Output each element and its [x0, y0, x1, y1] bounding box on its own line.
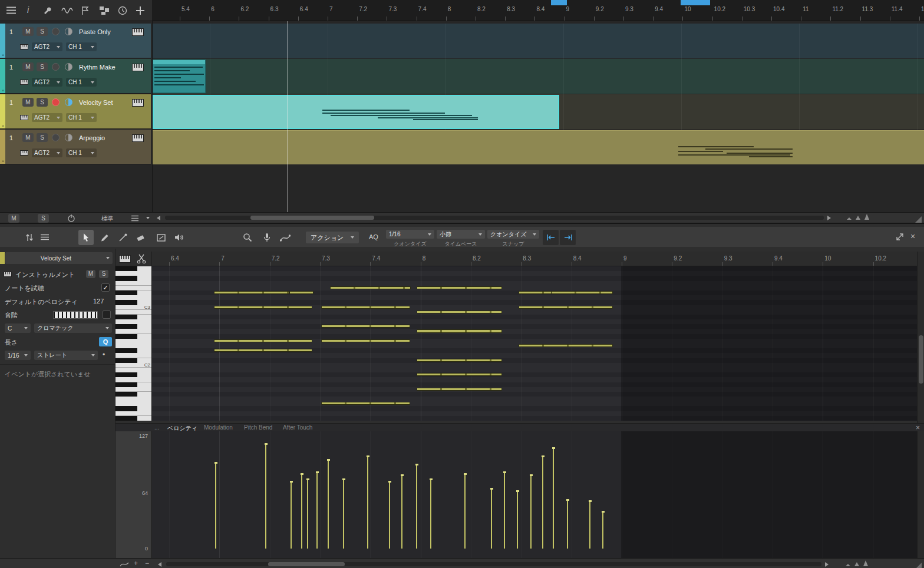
- corner-grip[interactable]: [915, 563, 922, 568]
- velocity-lane[interactable]: [152, 431, 917, 558]
- channel-select[interactable]: CH 1: [66, 113, 97, 122]
- listen-tool[interactable]: [171, 230, 187, 245]
- track-lane[interactable]: [153, 24, 924, 58]
- midi-note[interactable]: [417, 373, 502, 376]
- list-icon[interactable]: [131, 215, 139, 222]
- audition-icon[interactable]: [259, 230, 275, 245]
- velocity-bar[interactable]: [416, 465, 417, 549]
- velocity-bar-handle[interactable]: [602, 511, 605, 513]
- velocity-bar-handle[interactable]: [367, 455, 369, 457]
- velocity-bar[interactable]: [430, 480, 431, 549]
- piano-key-black[interactable]: [116, 358, 137, 363]
- pitch-bend-tab[interactable]: Pitch Bend: [244, 424, 272, 431]
- editor-zoom-control[interactable]: [842, 560, 868, 567]
- length-value-select[interactable]: 1/16: [5, 351, 31, 360]
- chevron-down-icon[interactable]: [146, 217, 150, 219]
- track-header-arpeggio[interactable]: × 1 M S Arpeggio AGT2 CH 1: [0, 130, 151, 164]
- solo-button[interactable]: S: [37, 98, 48, 107]
- mute-button[interactable]: M: [22, 62, 34, 71]
- midi-note[interactable]: [417, 286, 502, 289]
- power-icon[interactable]: [67, 214, 75, 222]
- track-header-rythm-make[interactable]: × 1 M S Rythm Make AGT2 CH 1: [0, 59, 151, 94]
- velocity-bar-handle[interactable]: [490, 488, 493, 490]
- editor-h-scrollbar[interactable]: [166, 562, 821, 566]
- velocity-bar-handle[interactable]: [516, 490, 519, 492]
- waveform-icon[interactable]: [61, 6, 73, 15]
- velocity-bar[interactable]: [542, 457, 543, 549]
- info-icon[interactable]: i: [27, 5, 29, 15]
- velocity-bar-handle[interactable]: [214, 462, 217, 464]
- midi-clip-rythm-make[interactable]: [153, 60, 206, 93]
- arrange-timeline-ruler[interactable]: 5.466.26.36.477.27.37.488.28.38.499.29.3…: [152, 0, 924, 21]
- modulation-tab[interactable]: Modulation: [204, 424, 233, 431]
- instrument-select[interactable]: AGT2: [32, 148, 62, 157]
- piano-key-black[interactable]: [116, 416, 137, 421]
- instrument-editor-icon[interactable]: [132, 64, 144, 71]
- velocity-bar-handle[interactable]: [301, 473, 303, 475]
- mute-button[interactable]: M: [22, 98, 34, 107]
- layer-expand-icon[interactable]: ×: [1, 158, 5, 164]
- editor-track-select[interactable]: Velocity Set: [5, 252, 113, 264]
- record-arm-button[interactable]: [52, 63, 60, 71]
- piano-key-black[interactable]: [116, 334, 137, 339]
- ruler-marker-region[interactable]: [551, 0, 567, 5]
- velocity-bar-handle[interactable]: [265, 443, 268, 445]
- piano-key-black[interactable]: [116, 315, 137, 319]
- piano-key-black[interactable]: [116, 348, 137, 353]
- velocity-bar[interactable]: [602, 513, 603, 549]
- track-name[interactable]: Rythm Make: [79, 64, 116, 71]
- close-lane-icon[interactable]: ×: [916, 424, 920, 432]
- note-order-icon[interactable]: [25, 233, 34, 242]
- keyboard-icon[interactable]: [119, 255, 131, 263]
- velocity-bar[interactable]: [464, 475, 466, 549]
- v-scrollbar-thumb[interactable]: [919, 335, 923, 384]
- track-lane[interactable]: [153, 59, 924, 94]
- editor-timeline-ruler[interactable]: 6.477.27.37.488.28.38.499.29.39.41010.2: [116, 252, 917, 266]
- h-scrollbar-thumb[interactable]: [250, 216, 374, 220]
- midi-note[interactable]: [519, 344, 613, 347]
- velocity-bar[interactable]: [291, 483, 292, 549]
- velocity-bar-handle[interactable]: [566, 499, 569, 501]
- length-mode-select[interactable]: ストレート: [34, 351, 98, 360]
- velocity-bar-handle[interactable]: [430, 478, 433, 480]
- wrench-icon[interactable]: [42, 6, 52, 15]
- velocity-bar[interactable]: [491, 490, 492, 549]
- midi-note[interactable]: [519, 291, 552, 294]
- dot-button[interactable]: •: [103, 351, 105, 359]
- velocity-bar-handle[interactable]: [530, 474, 533, 476]
- instrument-select[interactable]: AGT2: [32, 42, 62, 51]
- velocity-bar[interactable]: [307, 480, 308, 549]
- velocity-bar-handle[interactable]: [464, 473, 467, 475]
- track-name[interactable]: Paste Only: [79, 28, 111, 35]
- layer-expand-icon[interactable]: ×: [1, 88, 5, 93]
- velocity-bar[interactable]: [553, 449, 554, 549]
- velocity-bar[interactable]: [301, 475, 302, 549]
- midi-note[interactable]: [417, 311, 502, 313]
- monitor-button[interactable]: [65, 28, 72, 35]
- automation-curve-icon[interactable]: [278, 230, 293, 245]
- record-arm-button[interactable]: [52, 28, 60, 35]
- velocity-bar[interactable]: [530, 476, 532, 549]
- snap-mode-select[interactable]: クオンタイズ スナップ: [487, 230, 539, 248]
- velocity-bar[interactable]: [389, 483, 390, 549]
- midi-note[interactable]: [519, 306, 613, 309]
- v-scrollbar[interactable]: [917, 252, 924, 558]
- midi-note[interactable]: [321, 325, 410, 328]
- action-dropdown[interactable]: アクション: [306, 232, 359, 243]
- scroll-left-arrow[interactable]: [158, 562, 161, 567]
- velocity-bar[interactable]: [517, 492, 518, 549]
- menu-icon[interactable]: [6, 6, 16, 15]
- scissors-icon[interactable]: [137, 254, 146, 264]
- velocity-bar-handle[interactable]: [388, 481, 391, 483]
- automation-preset-label[interactable]: 標準: [101, 214, 113, 223]
- detach-icon[interactable]: [896, 233, 904, 241]
- zoom-tool[interactable]: [240, 230, 255, 245]
- instrument-editor-icon[interactable]: [132, 99, 144, 107]
- piano-key-black[interactable]: [116, 276, 137, 280]
- scroll-right-arrow[interactable]: [827, 216, 831, 220]
- velocity-bar-handle[interactable]: [503, 471, 506, 473]
- autoscroll-curve-icon[interactable]: [120, 561, 129, 567]
- event-list-icon[interactable]: [40, 234, 50, 241]
- marker-flag-icon[interactable]: [81, 6, 90, 15]
- scroll-right-arrow[interactable]: [825, 562, 829, 567]
